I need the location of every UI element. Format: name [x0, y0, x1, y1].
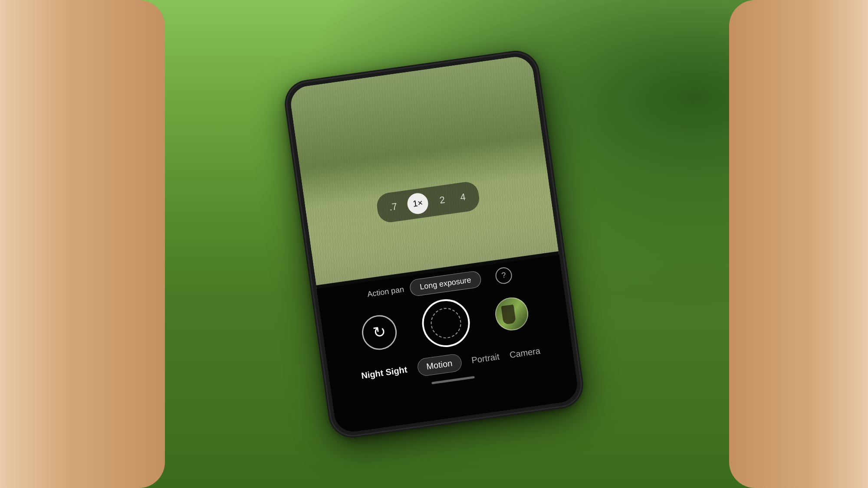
- scene: .7 1× 2 4 Action pan Long exposure ?: [0, 0, 868, 488]
- long-exposure-option[interactable]: Long exposure: [409, 270, 482, 297]
- shutter-inner-ring: [429, 306, 463, 340]
- viewfinder-texture: [289, 54, 559, 288]
- gallery-thumbnail[interactable]: [493, 295, 530, 332]
- mode-night-sight[interactable]: Night Sight: [361, 364, 408, 381]
- phone-device: .7 1× 2 4 Action pan Long exposure ?: [285, 50, 583, 438]
- hand-right: [729, 0, 868, 488]
- camera-viewfinder: [289, 54, 559, 288]
- phone-screen: .7 1× 2 4 Action pan Long exposure ?: [289, 54, 579, 434]
- mode-portrait[interactable]: Portrait: [471, 351, 500, 365]
- help-button[interactable]: ?: [494, 266, 513, 285]
- shutter-button[interactable]: [419, 296, 473, 350]
- home-indicator: [431, 376, 475, 384]
- mode-camera[interactable]: Camera: [509, 346, 541, 360]
- flip-camera-button[interactable]: ↻: [360, 313, 399, 352]
- zoom-4x-button[interactable]: 4: [456, 190, 470, 203]
- mode-motion[interactable]: Motion: [416, 353, 463, 377]
- zoom-2x-button[interactable]: 2: [435, 193, 449, 206]
- zoom-07-button[interactable]: .7: [386, 200, 400, 213]
- hand-left: [0, 0, 165, 488]
- zoom-1x-button[interactable]: 1×: [406, 191, 429, 215]
- action-pan-option[interactable]: Action pan: [367, 285, 404, 299]
- flip-camera-icon: ↻: [372, 322, 387, 342]
